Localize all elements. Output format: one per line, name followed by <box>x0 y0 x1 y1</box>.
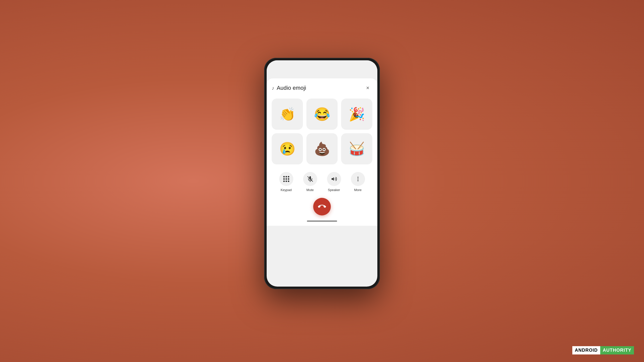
mute-label: Mute <box>306 188 314 192</box>
mute-icon-circle <box>303 172 317 186</box>
svg-point-5 <box>357 180 358 181</box>
more-button[interactable]: More <box>349 172 367 192</box>
emoji-grid: 👏 😂 🎉 😢 💩 🥁 <box>272 99 372 164</box>
modal-container: ♪ Audio emoji × 👏 😂 🎉 😢 💩 🥁 <box>267 78 377 231</box>
keypad-icon-circle <box>279 172 293 186</box>
phone-screen: ♪ Audio emoji × 👏 😂 🎉 😢 💩 🥁 <box>267 60 377 287</box>
more-icon <box>355 176 361 182</box>
keypad-button[interactable]: Keypad <box>277 172 295 192</box>
end-call-button[interactable] <box>313 198 331 215</box>
music-note-icon: ♪ <box>272 85 274 91</box>
emoji-drum[interactable]: 🥁 <box>341 133 372 164</box>
close-button[interactable]: × <box>363 83 372 93</box>
mute-icon <box>307 176 313 182</box>
more-icon-circle <box>351 172 365 186</box>
emoji-poop[interactable]: 💩 <box>306 133 338 164</box>
keypad-icon <box>283 176 289 182</box>
end-call-section <box>272 198 372 215</box>
screen-top-area <box>267 68 377 78</box>
audio-emoji-panel: ♪ Audio emoji × 👏 😂 🎉 😢 💩 🥁 <box>267 78 377 226</box>
speaker-icon <box>331 176 337 182</box>
watermark-android-text: ANDROID <box>572 346 600 354</box>
watermark-authority-text: AUTHORITY <box>600 346 634 354</box>
more-label: More <box>354 188 362 192</box>
emoji-crying[interactable]: 😢 <box>272 133 303 164</box>
speaker-button[interactable]: Speaker <box>325 172 343 192</box>
speaker-icon-circle <box>327 172 341 186</box>
home-indicator <box>307 220 337 222</box>
status-bar <box>267 60 377 68</box>
watermark: ANDROID AUTHORITY <box>572 346 634 354</box>
svg-point-3 <box>357 177 358 178</box>
emoji-laughing[interactable]: 😂 <box>306 99 338 130</box>
end-call-icon <box>318 203 326 211</box>
emoji-clapping[interactable]: 👏 <box>272 99 303 130</box>
speaker-label: Speaker <box>328 188 340 192</box>
phone-body: ♪ Audio emoji × 👏 😂 🎉 😢 💩 🥁 <box>264 58 380 289</box>
call-controls: Keypad <box>272 172 372 192</box>
emoji-party[interactable]: 🎉 <box>341 99 372 130</box>
panel-title-group: ♪ Audio emoji <box>272 85 306 91</box>
svg-point-4 <box>357 178 358 179</box>
mute-button[interactable]: Mute <box>301 172 319 192</box>
svg-marker-2 <box>332 177 334 181</box>
scene: ♪ Audio emoji × 👏 😂 🎉 😢 💩 🥁 <box>0 0 644 362</box>
panel-header: ♪ Audio emoji × <box>272 83 372 93</box>
panel-title: Audio emoji <box>277 85 306 91</box>
keypad-label: Keypad <box>280 188 292 192</box>
